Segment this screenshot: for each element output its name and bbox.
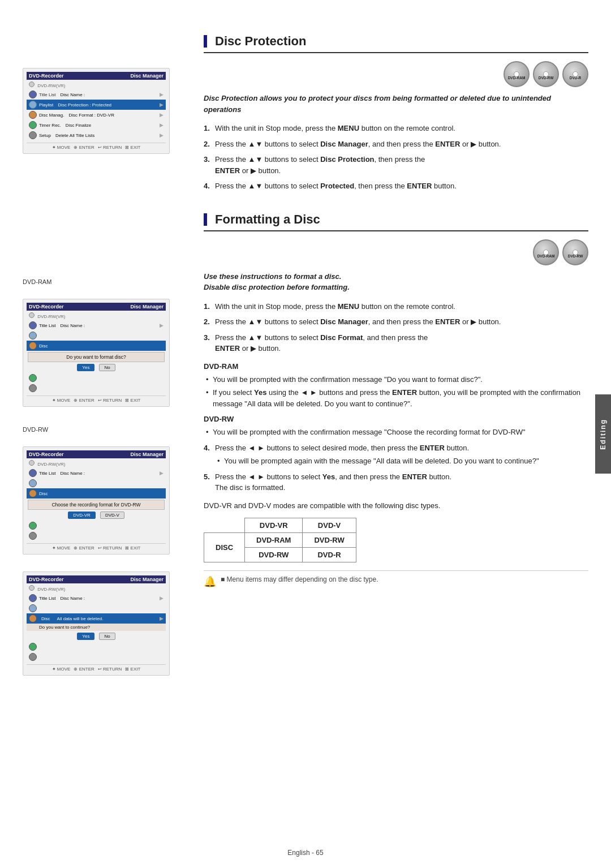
dvd-rw-dialog: Choose the recording format for DVD-RW [28,500,165,510]
screenshot-row-playlist: Playlist Disc Protection : Protected ▶ [27,100,166,110]
screenshot-footer: ✦ MOVE ⊕ ENTER ↩ RETURN ⊠ EXIT [27,143,166,150]
compat-dvd-vr-header: DVD-VR [245,518,303,532]
dvd-ram-label: DVD-RAM [23,278,181,285]
dvd-rw-format-screenshot: DVD-Recorder Disc Manager DVD-RW(VR) Tit… [23,446,170,555]
dvd-rw-confirm-screenshot: DVD-Recorder Disc Manager DVD-RW(VR) Tit… [23,571,170,676]
confirm-row1: Title List Disc Name : ▶ [27,593,166,603]
page-footer: English - 65 [287,849,323,857]
step-fd-5: 5. Press the ◄ ► buttons to select Yes, … [204,471,588,493]
step-fd-2: 2. Press the ▲▼ buttons to select Disc M… [204,316,588,328]
step-4-bullet: You will be prompted again with the mess… [215,456,588,467]
formatting-title: Formatting a Disc [204,212,588,231]
page-container: DVD-Recorder Disc Manager DVD-RW(VR) Tit… [0,0,611,868]
compat-text: DVD-VR and DVD-V modes are compatible wi… [204,501,588,510]
dvd-ram-dialog: Do you want to format disc? [28,352,165,362]
dvd-ram-subsection-title: DVD-RAM [204,362,588,371]
step-4-bullets: You will be prompted again with the mess… [215,456,588,467]
dvd-rw-row3: Disc [27,488,166,499]
screenshot-row-setup: Setup Delete All Title Lists ▶ [27,130,166,140]
dvd-rw-bullets: You will be prompted with the confirmati… [204,427,588,438]
dvd-rw-row5 [27,531,166,541]
note-text: ■ Menu items may differ depending on the… [221,575,378,583]
dvd-rw-bullet-1: You will be prompted with the confirmati… [204,427,588,438]
compat-dvd-rw-1: DVD-RW [303,532,356,547]
dvd-rw-icon-label: DVD-RW [539,76,554,80]
right-panel: Disc Protection DVD-RAM DVD-RW DVD-R Dis… [192,23,611,845]
confirm-no-btn: No [99,633,115,640]
step-fd-4: 4. Press the ◄ ► buttons to select desir… [204,442,588,467]
confirm-yes-btn: Yes [77,633,94,640]
formatting-steps-4-5: 4. Press the ◄ ► buttons to select desir… [204,442,588,493]
dvd-ram-header: DVD-Recorder Disc Manager [27,303,166,311]
compat-header-row: DVD-VR DVD-V [204,518,356,532]
dvd-ram-icon: DVD-RAM [504,61,530,87]
recorder-label: DVD-Recorder [29,73,64,79]
dvd-vr-btn: DVD-VR [68,512,96,519]
dvd-r-icon: DVD-R [562,61,588,87]
dvd-ram-no-btn: No [99,364,115,371]
dvd-ram-row3: Disc [27,341,166,351]
disc-protection-steps: 1. With the unit in Stop mode, press the… [204,123,588,192]
disc-protection-icons: DVD-RAM DVD-RW DVD-R [204,61,588,87]
disc-protection-section: Disc Protection DVD-RAM DVD-RW DVD-R Dis… [204,34,588,192]
dvd-ram-format-screenshot: DVD-Recorder Disc Manager DVD-RW(VR) Tit… [23,299,170,407]
formatting-disc-icons: DVD-RAM DVD-RW [204,239,588,265]
manager-label: Disc Manager [130,73,163,79]
screenshot-row-discmgr: Disc Manag. Disc Format : DVD-VR ▶ [27,110,166,120]
dvd-ram-row2 [27,330,166,341]
disc-protection-title: Disc Protection [204,34,588,53]
confirm-row2 [27,603,166,613]
compat-dvd-r: DVD-R [303,547,356,562]
dvd-ram-recorder-label: DVD-Recorder [29,304,64,310]
dvd-ram-yes-btn: Yes [77,364,94,371]
formatting-steps-1-3: 1. With the unit in Stop mode, press the… [204,301,588,354]
dvd-ram-row1: Title List Disc Name : ▶ [27,320,166,330]
dvd-ram-icon-label: DVD-RAM [508,76,526,80]
step-dp-3: 3. Press the ▲▼ buttons to select Disc P… [204,154,588,176]
step-dp-1: 1. With the unit in Stop mode, press the… [204,123,588,134]
confirm-footer: ✦ MOVE ⊕ ENTER ↩ RETURN ⊠ EXIT [27,664,166,672]
formatting-section: Formatting a Disc DVD-RAM DVD-RW Use the… [204,212,588,588]
dvd-rw-icon: DVD-RW [533,61,559,87]
dvd-ram-bullets: You will be prompted with the confirmati… [204,374,588,410]
dvd-rw-row1: Title List Disc Name : ▶ [27,468,166,478]
dvd-ram-bullet-2: If you select Yes using the ◄ ► buttons … [204,387,588,409]
dvd-ram-row4 [27,373,166,383]
disc-protection-screenshot: DVD-Recorder Disc Manager DVD-RW(VR) Tit… [23,68,170,154]
compat-dvd-ram: DVD-RAM [245,532,303,547]
dvd-rw-row4 [27,521,166,531]
confirm-subtext: Do you want to continue? [27,624,166,631]
note-box: 🔔 ■ Menu items may differ depending on t… [204,570,588,588]
dvd-rw-header: DVD-Recorder Disc Manager [27,450,166,458]
dvd-ram-row5 [27,383,166,393]
confirm-buttons: Yes No [28,633,164,640]
compat-disc-label: DISC [204,532,245,562]
left-panel: DVD-Recorder Disc Manager DVD-RW(VR) Tit… [0,23,192,845]
editing-tab: Editing [595,394,611,474]
disc-protection-intro: Disc Protection allows you to protect yo… [204,93,588,115]
dvd-ram-buttons: Yes No [28,364,164,371]
disc-type-label: DVD-RW(VR) [27,81,166,88]
dvd-v-btn: DVD-V [100,512,124,519]
confirm-row4 [27,642,166,652]
compat-dvd-v-header: DVD-V [303,518,356,532]
screenshot-header: DVD-Recorder Disc Manager [27,72,166,80]
dvd-rw-row2 [27,478,166,488]
dvd-ram-bullet-1: You will be prompted with the confirmati… [204,374,588,385]
formatting-dvd-rw-icon: DVD-RW [562,239,588,265]
compat-table: DVD-VR DVD-V DISC DVD-RAM DVD-RW DVD-RW … [204,518,356,562]
footer-text: English - 65 [287,849,323,857]
dvd-rw-footer: ✦ MOVE ⊕ ENTER ↩ RETURN ⊠ EXIT [27,543,166,551]
dvd-ram-disc-label: DVD-RW(VR) [27,312,166,319]
dvd-rw-buttons: DVD-VR DVD-V [28,512,164,519]
dvd-rw-subsection-title: DVD-RW [204,415,588,423]
dvd-ram-footer: ✦ MOVE ⊕ ENTER ↩ RETURN ⊠ EXIT [27,396,166,403]
step-fd-3: 3. Press the ▲▼ buttons to select Disc F… [204,332,588,354]
screenshot-row-timer: Timer Rec. Disc Finalize ▶ [27,120,166,130]
dvd-ram-manager-label: Disc Manager [130,304,163,310]
note-icon: 🔔 [204,575,216,588]
editing-tab-label: Editing [599,419,607,450]
compat-empty-cell [204,518,245,532]
dvd-r-icon-label: DVD-R [570,76,582,80]
step-dp-2: 2. Press the ▲▼ buttons to select Disc M… [204,139,588,150]
